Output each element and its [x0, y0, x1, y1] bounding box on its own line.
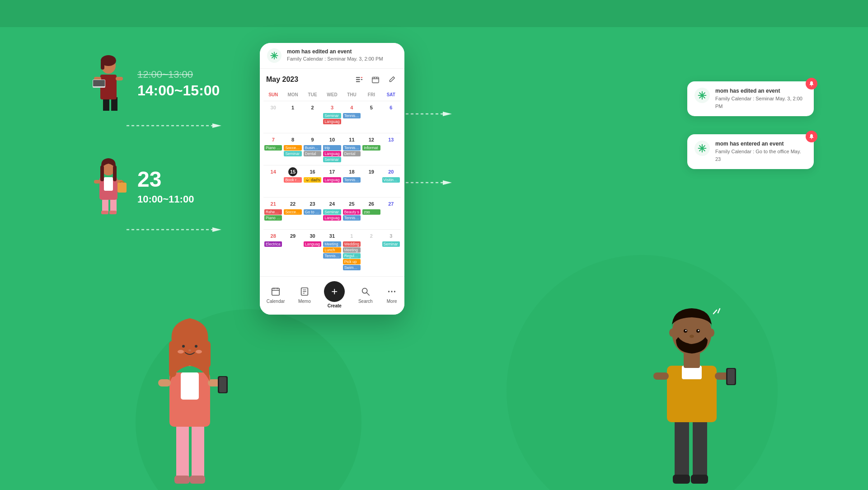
cell-may5[interactable]: 5: [361, 101, 381, 133]
cell-may21[interactable]: 21 Rehearsal Piano les: [263, 198, 283, 229]
event-wedding-jun1[interactable]: Wedding: [343, 241, 361, 247]
create-nav-icon[interactable]: +: [324, 281, 345, 302]
cell-may6[interactable]: 6: [381, 101, 401, 133]
nav-more[interactable]: More: [386, 286, 398, 304]
svg-rect-81: [727, 369, 735, 384]
calendar-view-btn[interactable]: [369, 73, 382, 86]
event-biz-may9[interactable]: Business: [304, 145, 321, 151]
cell-may27[interactable]: 27: [381, 198, 401, 229]
cell-may25[interactable]: 25 Beauty s Tennis le: [342, 198, 361, 229]
cell-may26[interactable]: 26 zoo: [361, 198, 381, 229]
event-rehearsal-may21[interactable]: Rehearsal: [264, 209, 282, 215]
edit-btn[interactable]: [385, 73, 398, 86]
event-meeting-may31[interactable]: Meeting: [323, 241, 341, 247]
cell-may23[interactable]: 23 Go to the: [303, 198, 322, 229]
svg-rect-17: [104, 177, 113, 191]
svg-point-90: [709, 329, 714, 337]
cell-may8[interactable]: 8 Soccer le Seminar: [283, 133, 302, 165]
svg-point-46: [391, 291, 393, 292]
svg-point-69: [188, 349, 191, 351]
nav-memo-label: Memo: [298, 299, 311, 304]
event-dental-may11[interactable]: Dental: [343, 151, 361, 156]
cell-jun2[interactable]: 2: [361, 230, 381, 273]
svg-marker-25: [212, 227, 221, 232]
event-pickup-jun1[interactable]: Pick up: [343, 259, 361, 264]
notif-bell-2: [806, 131, 817, 142]
svg-rect-22: [100, 165, 104, 181]
svg-rect-35: [272, 288, 280, 296]
cell-apr30[interactable]: 30: [263, 101, 283, 133]
event-swim-jun1[interactable]: Swimmin: [343, 265, 361, 270]
event-dad-may16[interactable]: 🐱 dad's: [304, 177, 321, 183]
cell-may16[interactable]: 16 🐱 dad's: [303, 165, 322, 197]
event-elec-may28[interactable]: Electrica: [264, 241, 282, 247]
list-view-btn[interactable]: [353, 73, 366, 86]
event-goto-may23[interactable]: Go to the: [304, 209, 321, 215]
cell-jun1[interactable]: 1 Wedding Meeting Regular r Pick up Swim…: [342, 230, 361, 273]
cell-may4[interactable]: 4 Tennis le: [342, 101, 361, 133]
cell-may3[interactable]: 3 Seminar Languag: [322, 101, 342, 133]
cell-may22[interactable]: 22 Soccer le: [283, 198, 302, 229]
nav-search[interactable]: Search: [358, 286, 373, 304]
cell-may17[interactable]: 17 Languag: [322, 165, 342, 197]
cell-may14[interactable]: 14: [263, 165, 283, 197]
event-visiting-may20[interactable]: Visiting c: [382, 177, 400, 183]
cell-may11[interactable]: 11 Tennis le Dental: [342, 133, 361, 165]
cell-may19[interactable]: 19: [361, 165, 381, 197]
event-lang-may30[interactable]: Languag: [304, 241, 321, 247]
event-piano-may7[interactable]: Piano les: [264, 145, 282, 151]
cell-may13[interactable]: 13: [381, 133, 401, 165]
schedule-card-1: 12:00~13:00 14:00~15:00: [90, 54, 226, 113]
cell-may15[interactable]: 15 Book reti: [283, 165, 302, 197]
event-lang-may24[interactable]: Languag: [323, 215, 341, 221]
schedule-card-2: 23 10:00~11:00: [90, 156, 226, 215]
cell-may1[interactable]: 1: [283, 101, 302, 133]
cell-may28[interactable]: 28 Electrica: [263, 230, 283, 273]
cell-may20[interactable]: 20 Visiting c: [381, 165, 401, 197]
event-seminar-may8[interactable]: Seminar: [284, 151, 301, 156]
cell-may12[interactable]: 12 Informat: [361, 133, 381, 165]
woman-phone-svg: [145, 309, 235, 490]
event-lang-may10[interactable]: Languag: [323, 151, 341, 156]
event-lang-may17[interactable]: Languag: [323, 177, 341, 183]
cell-may7[interactable]: 7 Piano les: [263, 133, 283, 165]
event-seminar-may24[interactable]: Seminar: [323, 209, 341, 215]
event-biz-may10[interactable]: trip: [323, 145, 341, 151]
event-sem-may10[interactable]: Seminar: [323, 157, 341, 162]
event-regular-jun1[interactable]: Regular r: [343, 253, 361, 259]
nav-calendar[interactable]: Calendar: [267, 286, 285, 304]
cell-may31[interactable]: 31 Meeting Lunch Tennis le: [322, 230, 342, 273]
cell-may29[interactable]: 29: [283, 230, 302, 273]
cell-may24[interactable]: 24 Seminar Languag: [322, 198, 342, 229]
cell-may30[interactable]: 30 Languag: [303, 230, 322, 273]
cell-may18[interactable]: 18 Tennis le: [342, 165, 361, 197]
event-piano-may21[interactable]: Piano les: [264, 215, 282, 221]
event-language-may3[interactable]: Languag: [323, 119, 341, 124]
event-seminar-jun3[interactable]: Seminar: [382, 241, 400, 247]
event-zoo-may26[interactable]: zoo: [362, 209, 380, 215]
event-soccer-may8[interactable]: Soccer le: [284, 145, 301, 151]
nav-memo[interactable]: Memo: [298, 286, 311, 304]
cell-may9[interactable]: 9 Business Dental: [303, 133, 322, 165]
svg-point-88: [690, 335, 694, 338]
cell-may2[interactable]: 2: [303, 101, 322, 133]
event-meeting-jun1[interactable]: Meeting: [343, 247, 361, 253]
event-tennis-may31[interactable]: Tennis le: [323, 253, 341, 259]
nav-create[interactable]: + Create: [324, 281, 345, 308]
event-tennis-may18[interactable]: Tennis le: [343, 177, 361, 183]
event-beauty-may25[interactable]: Beauty s: [343, 209, 361, 215]
cell-may10[interactable]: 10 trip Languag Seminar: [322, 133, 342, 165]
notif-card-2: mom has entered an event Family Calendar…: [687, 134, 814, 169]
event-book-may15[interactable]: Book reti: [284, 177, 301, 183]
event-tennis-may4[interactable]: Tennis le: [343, 113, 361, 118]
event-dental-may9[interactable]: Dental: [304, 151, 321, 156]
event-tennis-may11[interactable]: Tennis le: [343, 145, 361, 151]
cell-jun3[interactable]: 3 Seminar: [381, 230, 401, 273]
event-info-may12[interactable]: Informat: [362, 145, 380, 151]
event-seminar-may3[interactable]: Seminar: [323, 113, 341, 118]
event-soccer-may22[interactable]: Soccer le: [284, 209, 301, 215]
svg-rect-73: [693, 418, 707, 481]
event-lunch-may31[interactable]: Lunch: [323, 247, 341, 253]
event-tennis-may25[interactable]: Tennis le: [343, 215, 361, 221]
svg-rect-66: [203, 341, 211, 368]
